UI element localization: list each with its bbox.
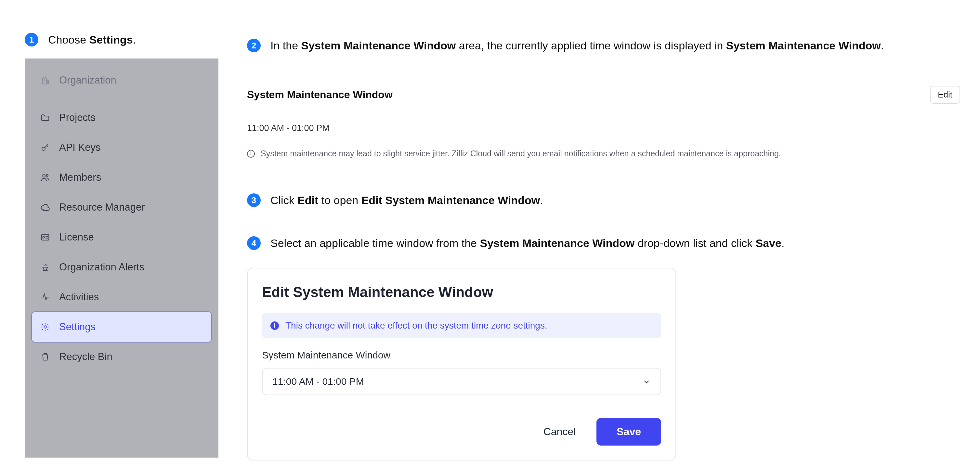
members-icon [40, 172, 51, 183]
maintenance-window-note-text: System maintenance may lead to slight se… [261, 149, 781, 158]
dialog-field-label: System Maintenance Window [262, 350, 661, 361]
sidebar-item-label: Organization Alerts [59, 261, 144, 273]
sidebar-item-label: Recycle Bin [59, 351, 113, 363]
step-3: 3 Click Edit to open Edit System Mainten… [247, 193, 543, 207]
step-badge-3: 3 [247, 193, 261, 207]
license-icon [40, 232, 51, 243]
maintenance-window-select[interactable]: 11:00 AM - 01:00 PM [262, 368, 661, 395]
organization-icon [40, 75, 51, 86]
svg-point-5 [44, 326, 46, 328]
activity-icon [40, 292, 51, 303]
dialog-info-alert: i This change will not take effect on th… [262, 313, 661, 338]
sidebar-item-organization-alerts[interactable]: Organization Alerts [32, 252, 211, 282]
chevron-down-icon [642, 377, 651, 386]
step-badge-1: 1 [25, 33, 38, 46]
alert-icon [40, 262, 51, 273]
maintenance-window-panel: System Maintenance Window Edit 11:00 AM … [247, 86, 962, 158]
step-2: 2 In the System Maintenance Window area,… [247, 38, 884, 52]
edit-button[interactable]: Edit [930, 86, 960, 104]
sidebar-item-license[interactable]: License [32, 222, 211, 252]
sidebar-item-label: Resource Manager [59, 202, 145, 213]
folder-icon [40, 112, 51, 123]
step-1-text: Choose Settings. [48, 32, 136, 47]
sidebar-item-settings[interactable]: Settings [32, 312, 211, 342]
sidebar-item-api-keys[interactable]: API Keys [32, 133, 211, 162]
dialog-title: Edit System Maintenance Window [262, 284, 661, 300]
key-icon [40, 142, 51, 153]
sidebar-item-projects[interactable]: Projects [32, 103, 211, 133]
step-2-text: In the System Maintenance Window area, t… [270, 38, 884, 52]
edit-maintenance-window-dialog: Edit System Maintenance Window i This ch… [247, 268, 676, 461]
select-value: 11:00 AM - 01:00 PM [272, 376, 364, 387]
gear-icon [40, 321, 51, 332]
svg-point-1 [43, 175, 45, 177]
sidebar-item-label: Activities [59, 291, 99, 303]
save-button[interactable]: Save [597, 418, 661, 446]
svg-point-4 [43, 237, 45, 238]
sidebar-header-organization: Organization [32, 68, 211, 93]
sidebar-item-members[interactable]: Members [32, 162, 211, 192]
sidebar-item-activities[interactable]: Activities [32, 282, 211, 312]
sidebar-item-label: API Keys [59, 142, 101, 153]
info-icon: i [247, 150, 255, 157]
dialog-alert-text: This change will not take effect on the … [285, 321, 547, 331]
trash-icon [40, 351, 51, 362]
maintenance-window-note: i System maintenance may lead to slight … [247, 149, 962, 158]
svg-point-2 [46, 175, 48, 176]
svg-point-0 [42, 147, 45, 151]
step-1: 1 Choose Settings. [25, 32, 136, 47]
sidebar-header-label: Organization [59, 75, 116, 86]
info-filled-icon: i [270, 321, 279, 330]
cancel-button[interactable]: Cancel [540, 419, 579, 444]
sidebar-item-label: License [59, 231, 94, 243]
step-3-text: Click Edit to open Edit System Maintenan… [270, 193, 543, 207]
sidebar-item-label: Members [59, 172, 101, 183]
sidebar-item-recycle-bin[interactable]: Recycle Bin [32, 342, 211, 372]
sidebar: Organization Projects API Keys Members [25, 59, 218, 457]
sidebar-item-label: Settings [59, 321, 95, 333]
sidebar-item-resource-manager[interactable]: Resource Manager [32, 192, 211, 222]
sidebar-item-label: Projects [59, 112, 95, 124]
maintenance-window-title: System Maintenance Window [247, 89, 393, 101]
maintenance-window-time: 11:00 AM - 01:00 PM [247, 123, 962, 133]
step-4: 4 Select an applicable time window from … [247, 236, 784, 250]
step-4-text: Select an applicable time window from th… [270, 236, 784, 250]
step-badge-4: 4 [247, 236, 261, 250]
step-badge-2: 2 [247, 39, 261, 52]
cloud-icon [40, 202, 51, 213]
